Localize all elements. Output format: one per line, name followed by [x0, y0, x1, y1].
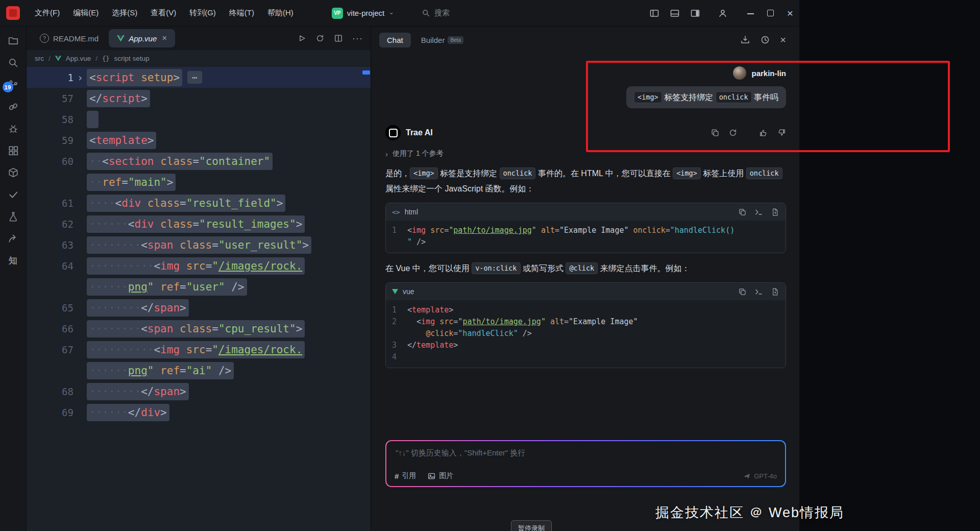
model-selector[interactable]: GPT-4o: [743, 472, 777, 480]
breadcrumb-symbol[interactable]: script setup: [114, 55, 150, 62]
code-line-number: 1: [392, 225, 401, 236]
activity-explorer[interactable]: [6, 34, 20, 48]
pause-recording-button[interactable]: 暂停录制: [511, 520, 552, 531]
project-selector[interactable]: VP vite-project ⌄: [327, 6, 399, 21]
tab-app-vue[interactable]: App.vue ×: [109, 29, 175, 47]
image-button[interactable]: 图片: [427, 471, 453, 480]
activity-zhihu[interactable]: 知: [6, 253, 20, 268]
titlebar-search[interactable]: 搜索: [422, 8, 450, 18]
code-text: ··ref="main">: [87, 174, 176, 191]
code-line[interactable]: 68········</span>: [27, 381, 371, 402]
tab-readme[interactable]: ? README.md: [32, 27, 107, 50]
breadcrumb-src[interactable]: src: [35, 55, 44, 62]
whitespace-dots: ········: [89, 302, 141, 314]
copy-icon[interactable]: [738, 287, 747, 296]
layout-sidebar-right-icon[interactable]: [690, 8, 700, 18]
sync-icon[interactable]: [315, 34, 325, 43]
activity-testing[interactable]: [6, 209, 20, 224]
code-block-header: vue: [386, 283, 786, 300]
layout-panel-bottom-icon[interactable]: [670, 8, 680, 18]
activity-search[interactable]: [6, 56, 20, 70]
new-file-icon[interactable]: [771, 208, 779, 216]
vue-file-icon: [117, 35, 125, 42]
copy-icon[interactable]: [738, 208, 747, 216]
code-line-number: 2: [392, 316, 401, 328]
code-line[interactable]: 58: [27, 109, 371, 130]
code-line[interactable]: 1›<script setup>⋯: [27, 67, 371, 88]
trae-ai-avatar: [385, 125, 401, 140]
insert-icon[interactable]: [754, 287, 763, 296]
code-block: vue1<template>2 <img src="path/to/image.…: [385, 282, 786, 368]
reference-label: 使用了 1 个参考: [393, 149, 444, 158]
inline-code: <img>: [673, 167, 701, 179]
fold-indicator[interactable]: ›: [74, 71, 87, 84]
code-text: ········<span class="cpu_result">: [87, 320, 305, 337]
code-line[interactable]: ··ref="main">: [27, 172, 371, 192]
scrollbar-marker[interactable]: [362, 70, 370, 75]
code-line[interactable]: 65········</span>: [27, 297, 371, 318]
insert-icon[interactable]: [754, 208, 763, 216]
code-line[interactable]: 60··<section class="container": [27, 151, 371, 172]
bug-icon: [8, 123, 19, 134]
code-editor[interactable]: 1›<script setup>⋯57</script>58 59<templa…: [27, 67, 371, 531]
account-icon[interactable]: [718, 8, 728, 18]
close-panel-icon[interactable]: ×: [780, 36, 786, 43]
code-line[interactable]: 57</script>: [27, 88, 371, 109]
code-line[interactable]: ······png" ref="user" />: [27, 276, 371, 297]
text-run: 是的，: [385, 169, 410, 178]
line-number: 61: [27, 198, 74, 209]
activity-tasks[interactable]: [6, 187, 20, 202]
editor-tab-bar: ? README.md App.vue × ···: [27, 27, 371, 50]
line-number: 58: [27, 114, 74, 125]
layout-sidebar-left-icon[interactable]: [649, 8, 659, 18]
menu-item[interactable]: 文件(F): [29, 6, 65, 20]
beta-badge: Beta: [448, 36, 463, 44]
tab-builder[interactable]: Builder Beta: [419, 33, 465, 47]
activity-share[interactable]: [6, 231, 20, 246]
chat-input[interactable]: [395, 448, 779, 457]
activity-extensions[interactable]: [6, 143, 20, 158]
new-file-icon[interactable]: [771, 287, 779, 296]
menu-item[interactable]: 查看(V): [145, 6, 182, 20]
zhihu-icon: 知: [9, 255, 17, 267]
code-block: <>html1<img src="path/to/image.jpg" alt=…: [385, 203, 786, 253]
code-line[interactable]: 67··········<img src="/images/rock.: [27, 339, 371, 360]
code-line[interactable]: 61····<div class="result_field">: [27, 192, 371, 213]
code-line[interactable]: 66········<span class="cpu_result">: [27, 318, 371, 339]
activity-source-control[interactable]: 19: [6, 78, 20, 92]
vue-file-icon: [55, 56, 61, 61]
menu-item[interactable]: 帮助(H): [262, 6, 299, 20]
menu-item[interactable]: 编辑(E): [67, 6, 104, 20]
tab-chat[interactable]: Chat: [379, 33, 411, 47]
folded-code-indicator[interactable]: ⋯: [187, 71, 202, 84]
run-button[interactable]: [297, 34, 306, 43]
code-line[interactable]: 64··········<img src="/images/rock.: [27, 255, 371, 276]
trae-logo-icon[interactable]: [6, 6, 20, 20]
close-tab-icon[interactable]: ×: [162, 33, 167, 43]
breadcrumb[interactable]: src / App.vue / {} script setup: [27, 50, 371, 67]
code-line[interactable]: ······png" ref="ai" />: [27, 360, 371, 381]
window-close-button[interactable]: ×: [787, 10, 793, 17]
code-line[interactable]: 63········<span class="user_result">: [27, 234, 371, 255]
activity-package[interactable]: [6, 165, 20, 180]
activity-remote[interactable]: [6, 100, 20, 114]
split-editor-icon[interactable]: [334, 34, 343, 43]
chevron-right-icon: ›: [385, 150, 388, 158]
text-run: 事件的。在 HTML 中，您可以直接在: [535, 169, 673, 178]
menu-item[interactable]: 转到(G): [184, 6, 222, 20]
activity-debug[interactable]: [6, 122, 20, 136]
breadcrumb-file[interactable]: App.vue: [66, 55, 91, 62]
quote-button[interactable]: # 引用: [395, 471, 416, 480]
menu-item[interactable]: 终端(T): [224, 6, 260, 20]
code-text: </script>: [87, 90, 150, 107]
window-maximize-button[interactable]: [767, 10, 774, 16]
titlebar-controls: ×: [649, 8, 793, 18]
code-line[interactable]: 62······<div class="result_images">: [27, 213, 371, 234]
more-actions-icon[interactable]: ···: [352, 33, 363, 44]
code-line[interactable]: 59<template>: [27, 130, 371, 151]
whitespace-dots: ········: [89, 239, 141, 251]
menu-item[interactable]: 选择(S): [106, 6, 143, 20]
history-icon[interactable]: [760, 35, 770, 45]
code-line[interactable]: 69······</div>: [27, 402, 371, 423]
new-session-icon[interactable]: [740, 35, 750, 45]
